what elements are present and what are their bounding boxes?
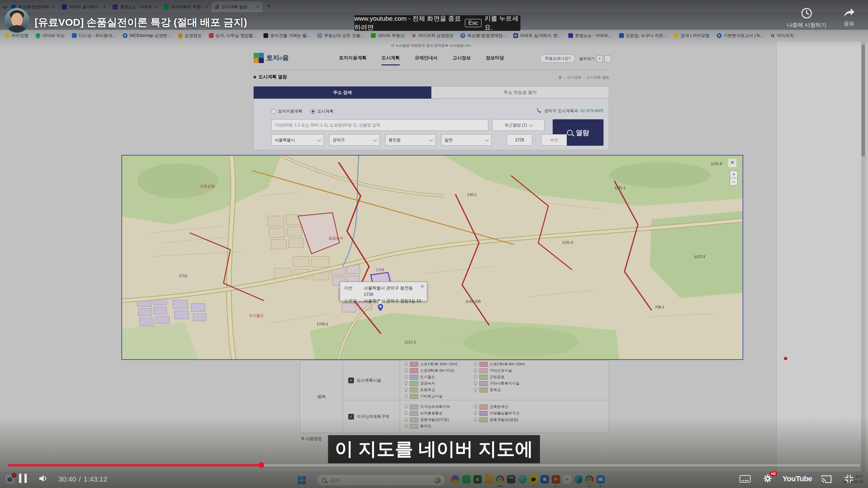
radio-circle-selected[interactable] bbox=[311, 109, 315, 114]
map-zoom-in-button[interactable]: + bbox=[730, 170, 738, 178]
bookmark-item[interactable]: 네이버 지도 bbox=[36, 33, 65, 39]
font-size-control: 글자크기 + - bbox=[579, 56, 611, 62]
watch-later-button[interactable]: 나중에 시청하기 bbox=[782, 7, 831, 29]
taskbar-icon-excel[interactable]: X bbox=[473, 474, 482, 487]
bookmark-item[interactable]: π마이프차 상권정보 bbox=[412, 33, 453, 39]
taskbar-icon-calculator[interactable] bbox=[506, 474, 516, 487]
recent-views-dropdown[interactable]: 최근열람 (1) bbox=[492, 119, 545, 131]
bookmark-item[interactable]: π마이프차 bbox=[770, 33, 794, 39]
tab-close-icon[interactable]: × bbox=[52, 4, 56, 9]
taskbar-icon-edge[interactable] bbox=[573, 474, 583, 487]
bookmark-item[interactable]: 디스코 - 우리동네... bbox=[72, 33, 116, 39]
chevron-down-icon bbox=[317, 138, 321, 141]
address-select-0[interactable]: 서울특별시 bbox=[271, 134, 324, 146]
bookmark-item[interactable]: 오픈업, 누구나 쉬운... bbox=[619, 33, 667, 39]
share-button[interactable]: 공유 bbox=[835, 7, 863, 27]
radio-land-use-plan[interactable]: 토지이용계획 bbox=[271, 108, 302, 114]
tab-map-search[interactable]: 주소 지도로 찾기 bbox=[431, 86, 609, 99]
bookmark-item[interactable]: 호갱노노 - 아파트... bbox=[568, 33, 612, 39]
tab-close-icon[interactable]: × bbox=[204, 4, 209, 9]
browser-tab[interactable]: 네이버페이 부동산× bbox=[161, 1, 212, 12]
browser-tab[interactable]: 아파트 실거래가, 분양정보, 마× bbox=[59, 1, 110, 12]
tab-address-search[interactable]: 주소 검색 bbox=[254, 86, 431, 99]
subtitles-button[interactable] bbox=[739, 475, 751, 483]
scrollbar-thumb[interactable] bbox=[862, 45, 865, 157]
breadcrumb-item[interactable]: 홈 bbox=[558, 75, 562, 80]
tab-close-icon[interactable]: × bbox=[103, 4, 107, 9]
youtube-logo[interactable]: YouTube bbox=[783, 474, 812, 483]
windows-start-button[interactable] bbox=[298, 476, 306, 484]
cast-button[interactable] bbox=[821, 475, 832, 485]
bookmark-item[interactable]: 토지건물 거래는 밸... bbox=[263, 33, 310, 39]
map-popup-close-button[interactable]: ✕ bbox=[728, 159, 736, 167]
taskbar-icon-chrome[interactable] bbox=[495, 474, 505, 487]
address-select-3[interactable]: 일반 bbox=[441, 134, 492, 146]
tray-notification-icon[interactable]: 1 bbox=[5, 475, 15, 484]
first-visit-button[interactable]: 처음오셨나요? bbox=[540, 54, 575, 63]
bookmark-item[interactable]: m아파트 실거래가, 분... bbox=[513, 33, 561, 39]
taskbar-icon-evernote[interactable] bbox=[461, 474, 471, 487]
tooltip-close-icon[interactable]: ✕ bbox=[420, 284, 424, 289]
exit-fullscreen-button[interactable] bbox=[843, 473, 855, 486]
nav-item-2[interactable]: 규제안내서 bbox=[415, 55, 438, 65]
nav-item-0[interactable]: 토지이용계획 bbox=[339, 55, 367, 65]
bookmark-favicon-icon: π bbox=[770, 33, 775, 38]
legend-item-label: 기타사회복지시설 bbox=[490, 381, 519, 386]
new-tab-button[interactable]: + bbox=[264, 2, 273, 11]
bookmark-item[interactable]: 상권정보 bbox=[178, 33, 202, 39]
breadcrumb-item[interactable]: 도시계획 bbox=[567, 75, 581, 80]
taskbar-icon-snipping-tool[interactable]: ✂ bbox=[562, 474, 572, 487]
font-size-plus-button[interactable]: + bbox=[596, 56, 603, 62]
browser-tab[interactable]: 도시계획 열람× bbox=[212, 1, 262, 12]
page-title: 도시계획 열람 bbox=[254, 74, 287, 80]
address-search-input[interactable] bbox=[271, 119, 488, 131]
taskbar-icon-zoom[interactable] bbox=[596, 474, 605, 487]
weather-widget-icon[interactable] bbox=[434, 477, 441, 484]
bookmark-item[interactable]: 네이버 부동산 bbox=[371, 33, 404, 39]
tab-close-icon[interactable]: × bbox=[256, 4, 260, 9]
legend-checkbox[interactable]: ✓ bbox=[348, 414, 354, 420]
font-size-minus-button[interactable]: - bbox=[605, 56, 611, 62]
radio-city-plan[interactable]: 도시계획 bbox=[311, 108, 334, 114]
channel-avatar[interactable] bbox=[5, 8, 29, 33]
address-select-2[interactable]: 봉천동 bbox=[385, 134, 436, 146]
map-zoom-out-button[interactable]: − bbox=[730, 178, 738, 186]
taskbar-icon-copilot[interactable] bbox=[450, 474, 460, 487]
bookmark-item[interactable]: 카카오맵 bbox=[5, 33, 28, 39]
breadcrumb-item[interactable]: 도시계획 열람 bbox=[587, 75, 609, 80]
zoning-map-canvas[interactable]: 산31-8산31-1산31-3산22-3산32-10617121703-1171… bbox=[122, 156, 743, 359]
progress-scrubber[interactable] bbox=[258, 462, 264, 468]
pin-icon bbox=[474, 375, 477, 378]
bookmark-item[interactable]: 부동산의 모든 것을... bbox=[317, 33, 364, 39]
site-logo[interactable]: 토지e음 bbox=[254, 53, 289, 63]
pause-button[interactable] bbox=[19, 474, 27, 483]
taskbar-icon-powerpoint[interactable]: P bbox=[551, 474, 560, 487]
taskbar-icon-kakaotalk[interactable] bbox=[529, 474, 538, 487]
department-number[interactable]: 02-879-6805 bbox=[580, 108, 604, 113]
nav-item-4[interactable]: 정보마당 bbox=[486, 55, 504, 65]
bookmark-item[interactable]: 검색 | 카카오맵 bbox=[674, 33, 709, 39]
taskbar-search-box[interactable] bbox=[317, 474, 445, 486]
browser-tab[interactable]: 호갱노노 - 아파트 실거래가 1× bbox=[110, 1, 161, 12]
tab-search-chevron-icon[interactable] bbox=[2, 2, 8, 12]
bookmark-item[interactable]: 상가, 사무실 창업할... bbox=[209, 33, 257, 39]
taskbar-icon-blue-app[interactable] bbox=[540, 474, 549, 487]
nav-item-3[interactable]: 고시정보 bbox=[453, 55, 471, 65]
jibun-sub-input[interactable] bbox=[541, 134, 567, 146]
bookmark-item[interactable]: O옥션원-법원경매정... bbox=[460, 33, 506, 39]
legend-checkbox[interactable]: ✓ bbox=[348, 378, 354, 383]
jibun-main-input[interactable] bbox=[507, 134, 532, 146]
address-select-1[interactable]: 관악구 bbox=[329, 134, 380, 146]
volume-button[interactable] bbox=[39, 474, 49, 484]
bookmark-item[interactable]: bNICEbizmap 상권분... bbox=[123, 33, 171, 39]
taskbar-icon-file-explorer[interactable] bbox=[484, 474, 493, 487]
taskbar-icon-chrome-2[interactable] bbox=[585, 474, 594, 487]
video-progress-bar[interactable] bbox=[8, 464, 860, 466]
taskbar-search-input[interactable] bbox=[330, 477, 431, 483]
radio-circle[interactable] bbox=[271, 109, 276, 114]
taskbar-icon-teal-app[interactable] bbox=[517, 474, 527, 487]
bookmark-item[interactable]: b기본분석보고서 | N... bbox=[717, 33, 763, 39]
nav-item-1[interactable]: 도시계획 bbox=[381, 55, 400, 65]
video-title[interactable]: [유료VOD] 손품실전이론 특강 (절대 배포 금지) bbox=[35, 16, 247, 29]
tab-close-icon[interactable]: × bbox=[154, 4, 158, 9]
